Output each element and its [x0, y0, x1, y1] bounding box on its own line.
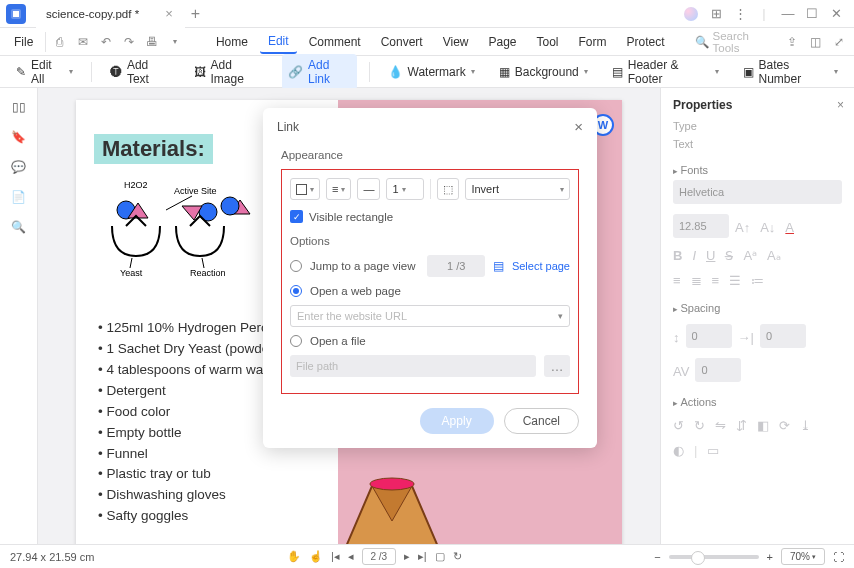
open-web-radio[interactable]	[290, 285, 302, 297]
font-size-input[interactable]	[673, 214, 729, 238]
jump-page-input[interactable]: 1 /3	[427, 255, 484, 277]
spacing-h-input[interactable]	[760, 324, 806, 348]
kebab-icon[interactable]: ⋮	[728, 6, 752, 21]
redo-icon[interactable]: ↷	[119, 32, 138, 52]
new-tab-icon[interactable]: +	[191, 5, 200, 23]
menu-edit[interactable]: Edit	[260, 30, 297, 54]
web-url-input[interactable]: Enter the website URL▾	[290, 305, 570, 327]
minimize-icon[interactable]: —	[776, 6, 800, 21]
visible-rect-checkbox[interactable]: ✓	[290, 210, 303, 223]
flip-v-icon[interactable]: ⇵	[736, 418, 747, 433]
list-icon[interactable]: ≔	[751, 273, 764, 288]
italic-icon[interactable]: I	[692, 248, 696, 263]
menu-file[interactable]: File	[6, 31, 41, 53]
border-style-dropdown[interactable]: —	[357, 178, 380, 200]
increase-font-icon[interactable]: A↑	[735, 220, 750, 238]
shadow-icon[interactable]: ▭	[707, 443, 719, 458]
subscript-icon[interactable]: Aₐ	[767, 248, 781, 263]
rotate-left-icon[interactable]: ↺	[673, 418, 684, 433]
link-color-dropdown[interactable]: ▾	[290, 178, 320, 200]
line-style-dropdown[interactable]: ≡▾	[326, 178, 351, 200]
jump-page-radio[interactable]	[290, 260, 302, 272]
fit-page-icon[interactable]: ▢	[435, 550, 445, 563]
select-tool-icon[interactable]: ☝	[309, 550, 323, 563]
open-file-radio[interactable]	[290, 335, 302, 347]
background-button[interactable]: ▦ Background▾	[493, 61, 594, 83]
superscript-icon[interactable]: Aᵃ	[743, 248, 757, 263]
zoom-in-icon[interactable]: +	[767, 551, 773, 563]
spacing-v-input[interactable]	[686, 324, 732, 348]
print-icon[interactable]: 🖶	[143, 32, 162, 52]
bookmark-icon[interactable]: 🔖	[11, 130, 26, 144]
cancel-button[interactable]: Cancel	[504, 408, 579, 434]
menu-view[interactable]: View	[435, 31, 477, 53]
menu-convert[interactable]: Convert	[373, 31, 431, 53]
add-link-button[interactable]: 🔗 Add Link	[282, 54, 357, 90]
rotate-right-icon[interactable]: ↻	[694, 418, 705, 433]
zoom-value[interactable]: 70%▾	[781, 548, 825, 565]
close-modal-icon[interactable]: ×	[574, 118, 583, 135]
maximize-icon[interactable]: ☐	[800, 6, 824, 21]
document-tab[interactable]: science-copy.pdf * ×	[36, 0, 185, 28]
search-tools[interactable]: 🔍 Search Tools	[695, 30, 775, 54]
comments-icon[interactable]: 💬	[11, 160, 26, 174]
bates-number-button[interactable]: ▣ Bates Number▾	[737, 54, 844, 90]
underline-icon[interactable]: U	[706, 248, 715, 263]
attachments-icon[interactable]: 📄	[11, 190, 26, 204]
first-page-icon[interactable]: |◂	[331, 550, 340, 563]
align-left-icon[interactable]: ≡	[673, 273, 681, 288]
search-icon[interactable]: 🔍	[11, 220, 26, 234]
decrease-font-icon[interactable]: A↓	[760, 220, 775, 238]
next-page-icon[interactable]: ▸	[404, 550, 410, 563]
mail-icon[interactable]: ✉	[73, 32, 92, 52]
watermark-button[interactable]: 💧 Watermark▾	[382, 61, 481, 83]
browse-file-button[interactable]: …	[544, 355, 570, 377]
zoom-slider[interactable]	[669, 555, 759, 559]
add-text-button[interactable]: 🅣 Add Text	[104, 54, 176, 90]
spacing-section[interactable]: Spacing	[673, 302, 842, 314]
more-icon[interactable]: ▾	[166, 32, 185, 52]
align-center-icon[interactable]: ≣	[691, 273, 702, 288]
font-family-select[interactable]	[673, 180, 842, 204]
line-h-input[interactable]	[695, 358, 741, 382]
thumbnails-icon[interactable]: ▯▯	[12, 100, 26, 114]
extract-icon[interactable]: ⤓	[800, 418, 811, 433]
flip-h-icon[interactable]: ⇋	[715, 418, 726, 433]
border-width-dropdown[interactable]: 1▾	[386, 178, 424, 200]
edit-all-button[interactable]: ✎ Edit All ▾	[10, 54, 79, 90]
menu-comment[interactable]: Comment	[301, 31, 369, 53]
close-tab-icon[interactable]: ×	[165, 6, 173, 21]
header-footer-button[interactable]: ▤ Header & Footer▾	[606, 54, 725, 90]
hand-tool-icon[interactable]: ✋	[287, 550, 301, 563]
cloud-icon[interactable]: ◫	[806, 32, 825, 52]
undo-icon[interactable]: ↶	[96, 32, 115, 52]
file-path-input[interactable]: File path	[290, 355, 536, 377]
menu-home[interactable]: Home	[208, 31, 256, 53]
apply-button[interactable]: Apply	[420, 408, 494, 434]
fit-width-icon[interactable]: ⛶	[833, 551, 844, 563]
menu-tool[interactable]: Tool	[529, 31, 567, 53]
replace-icon[interactable]: ⟳	[779, 418, 790, 433]
expand-icon[interactable]: ⤢	[829, 32, 848, 52]
close-window-icon[interactable]: ✕	[824, 6, 848, 21]
last-page-icon[interactable]: ▸|	[418, 550, 427, 563]
page-input[interactable]: 2 /3	[362, 548, 396, 565]
menu-page[interactable]: Page	[480, 31, 524, 53]
select-page-icon[interactable]: ▤	[493, 259, 504, 273]
menu-protect[interactable]: Protect	[619, 31, 673, 53]
zoom-out-icon[interactable]: −	[654, 551, 660, 563]
prev-page-icon[interactable]: ◂	[348, 550, 354, 563]
chat-icon[interactable]: ⊞	[704, 6, 728, 21]
ai-bubble-icon[interactable]	[684, 7, 698, 21]
highlight-style-icon[interactable]: ⬚	[437, 178, 459, 200]
select-page-link[interactable]: Select page	[512, 260, 570, 272]
opacity-icon[interactable]: ◐	[673, 443, 684, 458]
crop-icon[interactable]: ◧	[757, 418, 769, 433]
align-justify-icon[interactable]: ☰	[729, 273, 741, 288]
save-icon[interactable]: ⎙	[50, 32, 69, 52]
close-panel-icon[interactable]: ×	[837, 98, 844, 112]
actions-section[interactable]: Actions	[673, 396, 842, 408]
align-right-icon[interactable]: ≡	[712, 273, 720, 288]
add-image-button[interactable]: 🖼 Add Image	[188, 54, 270, 90]
share-icon[interactable]: ⇪	[783, 32, 802, 52]
